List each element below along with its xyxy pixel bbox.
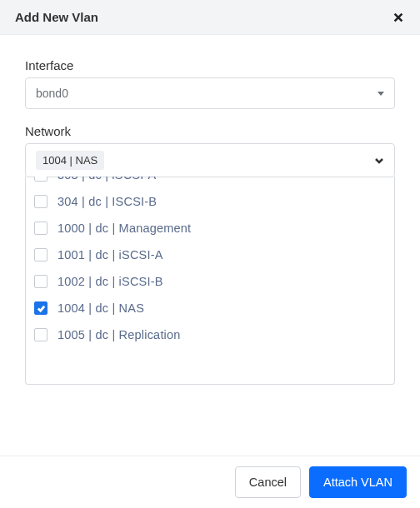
network-label: Network: [25, 124, 395, 138]
network-option[interactable]: 1000 | dc | Management: [26, 215, 391, 242]
network-option-label: 303 | dc | iSCSI-A: [58, 177, 156, 182]
interface-select[interactable]: bond0: [25, 77, 395, 109]
caret-down-icon: [378, 92, 384, 96]
network-option[interactable]: 1004 | dc | NAS: [26, 295, 391, 321]
network-select[interactable]: 1004 | NAS: [25, 143, 395, 177]
interface-field: Interface bond0: [25, 58, 395, 109]
network-options-scroll[interactable]: 303 | dc | iSCSI-A304 | dc | ISCSI-B1000…: [26, 177, 394, 384]
dialog-header: Add New Vlan: [0, 0, 420, 35]
network-option-label: 1001 | dc | iSCSI-A: [58, 248, 163, 261]
checkbox-icon[interactable]: [34, 248, 48, 261]
network-field: Network 1004 | NAS 303 | dc | iSCSI-A304…: [25, 124, 395, 385]
checkbox-icon[interactable]: [34, 195, 48, 208]
dialog-title: Add New Vlan: [15, 10, 98, 24]
interface-label: Interface: [25, 58, 395, 72]
network-option-label: 1005 | dc | Replication: [58, 328, 181, 341]
network-option[interactable]: 1005 | dc | Replication: [26, 321, 391, 348]
network-options-panel: 303 | dc | iSCSI-A304 | dc | ISCSI-B1000…: [25, 177, 395, 385]
checkbox-icon[interactable]: [34, 275, 48, 288]
checkbox-icon[interactable]: [34, 177, 48, 182]
network-option-label: 1004 | dc | NAS: [58, 301, 144, 315]
dialog-footer: Cancel Attach VLAN: [0, 456, 420, 508]
network-option[interactable]: 1002 | dc | iSCSI-B: [26, 268, 391, 295]
interface-value: bond0: [36, 87, 68, 100]
network-option-label: 1000 | dc | Management: [58, 222, 191, 235]
network-option[interactable]: 303 | dc | iSCSI-A: [26, 177, 391, 188]
network-option[interactable]: 1001 | dc | iSCSI-A: [26, 242, 391, 268]
network-chip: 1004 | NAS: [36, 151, 104, 170]
checkbox-checked-icon[interactable]: [34, 301, 48, 315]
attach-button[interactable]: Attach VLAN: [309, 466, 407, 498]
network-option-label: 304 | dc | ISCSI-B: [58, 195, 157, 208]
chevron-down-icon: [374, 156, 384, 166]
close-icon[interactable]: [392, 11, 405, 24]
network-option[interactable]: 304 | dc | ISCSI-B: [26, 188, 391, 215]
network-option-label: 1002 | dc | iSCSI-B: [58, 275, 163, 288]
checkbox-icon[interactable]: [34, 222, 48, 235]
checkbox-icon[interactable]: [34, 328, 48, 341]
cancel-button[interactable]: Cancel: [235, 466, 301, 498]
dialog-content: Interface bond0 Network 1004 | NAS 303 |…: [0, 35, 420, 395]
